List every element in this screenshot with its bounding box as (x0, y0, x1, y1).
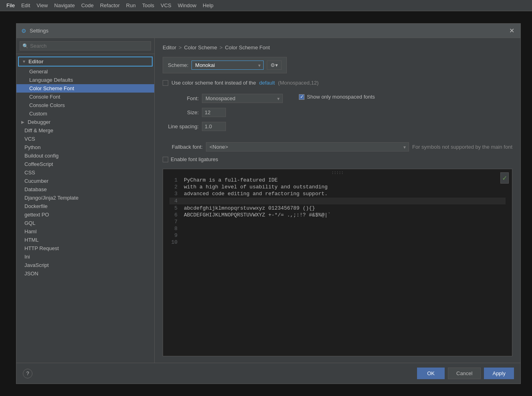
preview-line-2: 2 with a high level of usability and out… (169, 184, 506, 190)
django-label: Django/Jinja2 Template (24, 195, 79, 201)
sidebar-item-css[interactable]: CSS (16, 168, 154, 177)
menu-file[interactable]: File (3, 1, 18, 10)
sidebar-item-console-font[interactable]: Console Font (16, 93, 154, 101)
sidebar-item-haml[interactable]: Haml (16, 227, 154, 236)
line-num-2: 2 (169, 184, 177, 190)
spacing-label: Line spacing: (163, 123, 199, 129)
checkmark-icon: ✓ (300, 94, 304, 99)
fallback-select[interactable]: <None> (206, 142, 409, 152)
preview-content: 1 PyCharm is a full-featured IDE 2 with … (163, 172, 512, 251)
ok-button[interactable]: OK (417, 368, 445, 379)
search-icon: 🔍 (22, 43, 28, 49)
sidebar-item-general[interactable]: General (16, 67, 154, 76)
sidebar-item-vcs[interactable]: VCS (16, 135, 154, 143)
font-label: Font: (163, 95, 199, 101)
menu-window[interactable]: Window (175, 1, 200, 10)
preview-line-3: 3 advanced code editing and refactoring … (169, 191, 506, 197)
sidebar-item-gql[interactable]: GQL (16, 219, 154, 227)
javascript-label: JavaScript (24, 262, 49, 268)
sidebar-item-gettext[interactable]: gettext PO (16, 210, 154, 219)
sidebar-item-http-request[interactable]: HTTP Request (16, 244, 154, 253)
menu-edit[interactable]: Edit (18, 1, 33, 10)
scheme-dropdown-wrapper: Monokai Default Darcula High contrast In… (191, 61, 264, 70)
dialog-close-button[interactable]: ✕ (508, 27, 516, 35)
http-request-label: HTTP Request (24, 245, 59, 251)
use-scheme-text: Use color scheme font instead of the (171, 80, 256, 86)
menu-tools[interactable]: Tools (139, 1, 157, 10)
search-input-wrapper[interactable]: 🔍 (20, 41, 151, 51)
sidebar-item-editor[interactable]: ▼ Editor (18, 57, 153, 67)
line-num-6: 6 (169, 212, 177, 218)
preview-checkmark-btn[interactable]: ✓ (500, 172, 509, 184)
use-scheme-link[interactable]: default (259, 80, 275, 86)
json-label: JSON (24, 271, 38, 277)
breadcrumb-sep1: > (179, 44, 182, 51)
line-text-6: ABCDEFGHIJKLMNOPQRSTUVWXYZ +-*/= .,;:!? … (184, 212, 331, 218)
sidebar-item-diff-merge[interactable]: Diff & Merge (16, 126, 154, 135)
sidebar-item-dockerfile[interactable]: Dockerfile (16, 202, 154, 210)
menu-vcs[interactable]: VCS (157, 1, 175, 10)
sidebar-item-debugger[interactable]: ▶ Debugger (16, 118, 154, 126)
size-input[interactable] (202, 108, 226, 117)
gettext-label: gettext PO (24, 212, 49, 218)
line-num-1: 1 (169, 177, 177, 183)
breadcrumb: Editor > Color Scheme > Color Scheme Fon… (163, 44, 512, 51)
menu-navigate[interactable]: Navigate (51, 1, 78, 10)
breadcrumb-color-scheme: Color Scheme (184, 44, 217, 51)
dialog-footer: ? OK Cancel Apply (16, 363, 520, 384)
debugger-label: Debugger (28, 119, 50, 125)
menu-code[interactable]: Code (78, 1, 97, 10)
use-scheme-row: Use color scheme font instead of the def… (163, 80, 512, 86)
help-button[interactable]: ? (23, 369, 32, 378)
scheme-label: Scheme: (168, 62, 188, 68)
menu-view[interactable]: View (33, 1, 51, 10)
sidebar-item-custom[interactable]: Custom (16, 109, 154, 118)
scheme-gear-button[interactable]: ⚙▾ (267, 61, 282, 70)
line-num-5: 5 (169, 205, 177, 211)
sidebar-item-ini[interactable]: Ini (16, 253, 154, 261)
preview-resize-handle[interactable]: ::::: (331, 171, 343, 175)
sidebar-item-django[interactable]: Django/Jinja2 Template (16, 194, 154, 202)
line-text-3: advanced code editing and refactoring su… (184, 191, 328, 197)
gql-label: GQL (24, 220, 35, 226)
menu-help[interactable]: Help (200, 1, 217, 10)
sidebar-item-buildout[interactable]: Buildout config (16, 152, 154, 160)
sidebar-item-coffeescript[interactable]: CoffeeScript (16, 160, 154, 168)
cucumber-label: Cucumber (24, 178, 48, 184)
footer-right: OK Cancel Apply (417, 368, 514, 379)
database-label: Database (24, 186, 47, 192)
sidebar-item-color-scheme-font[interactable]: Color Scheme Font (16, 84, 154, 93)
preview-line-7: 7 (169, 219, 506, 225)
sidebar-item-console-colors[interactable]: Console Colors (16, 101, 154, 109)
console-colors-label: Console Colors (29, 102, 65, 108)
scheme-select[interactable]: Monokai Default Darcula High contrast In… (191, 61, 264, 70)
sidebar-item-html[interactable]: HTML (16, 236, 154, 244)
sidebar-item-python[interactable]: Python (16, 143, 154, 152)
ligatures-checkbox[interactable] (163, 157, 168, 162)
dockerfile-label: Dockerfile (24, 203, 48, 209)
general-label: General (29, 69, 48, 75)
vcs-label: VCS (24, 136, 35, 142)
sidebar-item-json[interactable]: JSON (16, 269, 154, 278)
python-label: Python (24, 144, 40, 150)
menu-run[interactable]: Run (123, 1, 139, 10)
use-scheme-checkbox[interactable] (163, 80, 168, 86)
line-num-4: 4 (169, 198, 177, 204)
sidebar-item-javascript[interactable]: JavaScript (16, 261, 154, 269)
dialog-body: 🔍 ▼ Editor General (16, 38, 520, 363)
sidebar-item-language-defaults[interactable]: Language Defaults (16, 76, 154, 84)
spacing-input[interactable] (202, 122, 226, 131)
apply-button[interactable]: Apply (484, 368, 514, 379)
preview-line-1: 1 PyCharm is a full-featured IDE (169, 177, 506, 183)
sidebar-item-database[interactable]: Database (16, 185, 154, 194)
font-select[interactable]: Monospaced (202, 94, 283, 103)
ini-label: Ini (24, 254, 30, 260)
tree-arrow-debugger: ▶ (21, 120, 26, 124)
menu-refactor[interactable]: Refactor (97, 1, 123, 10)
cancel-button[interactable]: Cancel (448, 368, 481, 379)
dialog-title-bar: ⚙ Settings ✕ (16, 24, 520, 38)
show-monospaced-checkbox[interactable]: ✓ (299, 94, 304, 100)
sidebar-item-cucumber[interactable]: Cucumber (16, 177, 154, 185)
settings-icon: ⚙ (21, 28, 26, 34)
search-input[interactable] (30, 43, 148, 49)
